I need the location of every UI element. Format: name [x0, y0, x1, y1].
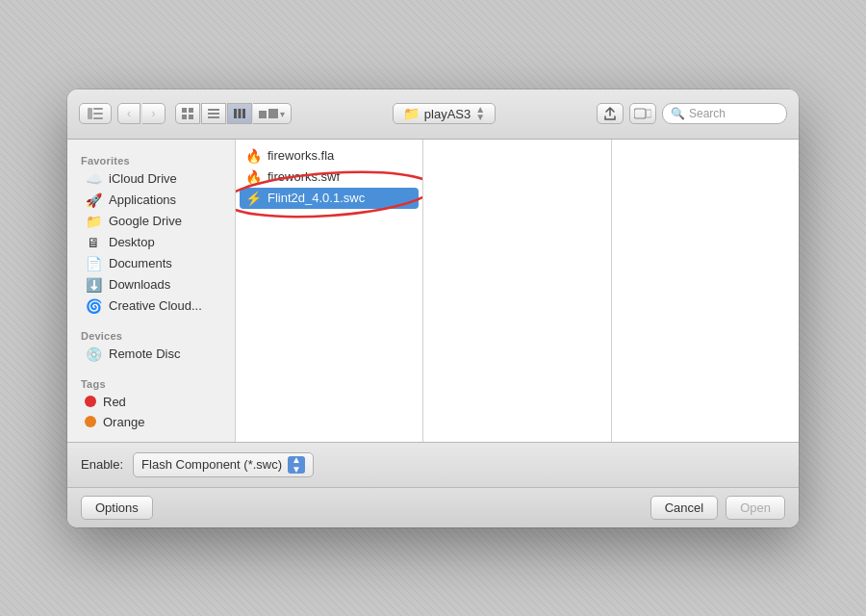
creative-cloud-icon: 🌀 — [85, 298, 102, 314]
swc-icon: ⚡ — [245, 191, 262, 206]
google-drive-icon: 📁 — [85, 214, 102, 229]
file-name-fireworks-swf: fireworks.swf — [267, 169, 340, 184]
finder-window: ‹ › ▾ 📁 playAS3 — [67, 90, 799, 527]
fla-icon: 🔥 — [245, 148, 262, 164]
svg-rect-7 — [189, 115, 193, 119]
svg-rect-1 — [93, 108, 103, 110]
folder-arrows: ▲▼ — [475, 106, 485, 121]
sidebar-item-creative-cloud[interactable]: 🌀 Creative Cloud... — [71, 295, 231, 317]
tag-button[interactable] — [629, 103, 656, 124]
svg-rect-14 — [259, 111, 267, 118]
svg-rect-17 — [646, 110, 651, 117]
sidebar-item-icloud-label: iCloud Drive — [109, 171, 177, 186]
svg-rect-3 — [93, 117, 103, 119]
svg-rect-8 — [208, 109, 219, 111]
footer-right: Cancel Open — [650, 496, 785, 520]
sidebar-item-remote-label: Remote Disc — [109, 346, 180, 361]
sidebar-item-desktop[interactable]: 🖥 Desktop — [71, 232, 231, 253]
icloud-drive-icon: ☁️ — [85, 171, 102, 187]
enable-select[interactable]: Flash Component (*.swc) ▲ ▼ — [133, 452, 314, 477]
options-button[interactable]: Options — [81, 496, 153, 520]
footer-bar: Options Cancel Open — [67, 487, 799, 527]
sidebar-item-tag-orange-label: Orange — [103, 415, 144, 429]
toolbar-left: ‹ › ▾ — [79, 103, 292, 124]
downloads-icon: ⬇️ — [85, 277, 102, 293]
open-button[interactable]: Open — [726, 496, 785, 520]
desktop-icon: 🖥 — [85, 235, 102, 250]
file-item-flint2d[interactable]: ⚡ Flint2d_4.0.1.swc — [240, 188, 419, 209]
forward-button[interactable]: › — [142, 103, 166, 124]
sidebar-item-documents-label: Documents — [109, 256, 172, 270]
svg-rect-6 — [182, 115, 187, 119]
enable-value: Flash Component (*.swc) — [141, 457, 282, 472]
content-area: Favorites ☁️ iCloud Drive 🚀 Applications… — [67, 140, 799, 442]
sidebar-item-tag-orange[interactable]: Orange — [71, 412, 231, 432]
remote-disc-icon: 💿 — [85, 346, 102, 362]
cancel-button[interactable]: Cancel — [650, 496, 718, 520]
svg-rect-13 — [242, 109, 245, 118]
sidebar: Favorites ☁️ iCloud Drive 🚀 Applications… — [67, 140, 236, 442]
svg-rect-4 — [182, 108, 187, 113]
folder-label[interactable]: 📁 playAS3 ▲▼ — [393, 103, 496, 124]
file-panel-3 — [612, 140, 799, 442]
back-button[interactable]: ‹ — [117, 103, 140, 124]
folder-name: playAS3 — [424, 107, 471, 121]
sidebar-item-documents[interactable]: 📄 Documents — [71, 253, 231, 274]
svg-rect-0 — [88, 108, 92, 119]
sidebar-item-applications[interactable]: 🚀 Applications — [71, 190, 231, 211]
file-panel-1: 🔥 fireworks.fla 🔥 fireworks.swf ⚡ Flint2… — [236, 140, 423, 442]
view-columns-button[interactable] — [227, 103, 252, 124]
sidebar-item-desktop-label: Desktop — [109, 235, 155, 249]
search-icon: 🔍 — [671, 107, 685, 120]
sidebar-item-tag-red-label: Red — [103, 395, 126, 409]
svg-rect-15 — [268, 109, 278, 118]
sidebar-item-applications-label: Applications — [109, 192, 176, 207]
highlight-container: ⚡ Flint2d_4.0.1.swc — [236, 188, 422, 209]
sidebar-item-downloads[interactable]: ⬇️ Downloads — [71, 274, 231, 295]
view-buttons: ▾ — [175, 103, 292, 124]
applications-icon: 🚀 — [85, 192, 102, 208]
toolbar: ‹ › ▾ 📁 playAS3 — [67, 90, 799, 140]
file-name-fireworks-fla: fireworks.fla — [267, 148, 334, 163]
svg-rect-11 — [234, 109, 237, 118]
svg-rect-5 — [189, 108, 193, 113]
sidebar-item-google-drive[interactable]: 📁 Google Drive — [71, 211, 231, 232]
folder-icon: 📁 — [403, 106, 420, 121]
sidebar-toggle-button[interactable] — [79, 103, 112, 124]
sidebar-item-downloads-label: Downloads — [109, 277, 170, 292]
file-name-flint2d: Flint2d_4.0.1.swc — [267, 191, 365, 205]
file-item-fireworks-fla[interactable]: 🔥 fireworks.fla — [236, 145, 422, 167]
sidebar-item-creative-label: Creative Cloud... — [109, 298, 202, 313]
sidebar-item-tag-red[interactable]: Red — [71, 392, 231, 412]
swf-icon: 🔥 — [245, 169, 262, 185]
favorites-label: Favorites — [67, 149, 235, 168]
svg-rect-16 — [634, 109, 646, 118]
view-icon-button[interactable] — [175, 103, 200, 124]
tags-label: Tags — [67, 372, 235, 392]
tag-red-dot — [85, 396, 96, 407]
svg-rect-9 — [208, 113, 219, 115]
sidebar-item-remote-disc[interactable]: 💿 Remote Disc — [71, 344, 231, 365]
svg-rect-12 — [239, 109, 242, 118]
file-item-fireworks-swf[interactable]: 🔥 fireworks.swf — [236, 167, 422, 188]
file-panel-2 — [423, 140, 611, 442]
view-list-button[interactable] — [201, 103, 226, 124]
devices-label: Devices — [67, 324, 235, 344]
select-arrows-icon: ▲ ▼ — [288, 456, 305, 474]
documents-icon: 📄 — [85, 256, 102, 271]
sidebar-item-google-label: Google Drive — [109, 214, 182, 228]
main-panels: 🔥 fireworks.fla 🔥 fireworks.swf ⚡ Flint2… — [236, 140, 799, 442]
nav-buttons: ‹ › — [117, 103, 166, 124]
enable-label: Enable: — [81, 457, 123, 472]
toolbar-actions: 🔍 Search — [597, 103, 787, 124]
svg-rect-10 — [208, 116, 219, 118]
sidebar-item-icloud-drive[interactable]: ☁️ iCloud Drive — [71, 168, 231, 190]
search-placeholder: Search — [689, 107, 726, 120]
bottom-bar: Enable: Flash Component (*.swc) ▲ ▼ — [67, 442, 799, 487]
svg-rect-2 — [93, 113, 103, 115]
tag-orange-dot — [85, 416, 96, 427]
search-box[interactable]: 🔍 Search — [662, 103, 787, 124]
share-button[interactable] — [597, 103, 624, 124]
view-cover-button[interactable]: ▾ — [253, 103, 292, 124]
